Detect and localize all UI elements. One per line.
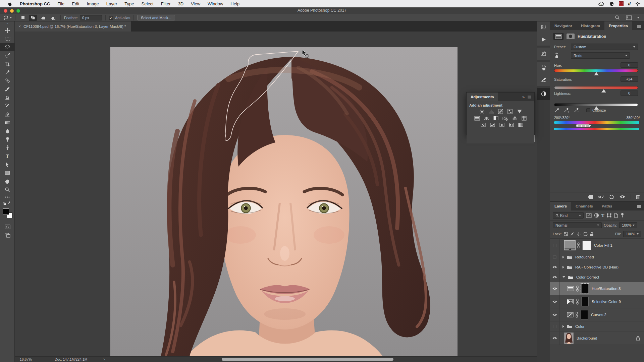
saturation-slider[interactable] <box>554 86 638 89</box>
eyedropper-sample-icon[interactable] <box>554 108 559 113</box>
anti-alias-checkbox[interactable]: ✓ <box>109 16 113 20</box>
menu-image[interactable]: Image <box>83 0 103 7</box>
cloud-sync-icon[interactable]: 0 <box>598 1 604 6</box>
invert-icon[interactable] <box>480 122 486 127</box>
mask-link-icon[interactable] <box>577 242 580 248</box>
visibility-toggle[interactable] <box>550 272 559 282</box>
close-window-button[interactable] <box>4 9 7 13</box>
apple-menu[interactable] <box>4 0 16 7</box>
layer-row-retouched[interactable]: Retouched <box>550 252 644 262</box>
quick-selection-tool[interactable] <box>0 51 15 60</box>
close-tab-icon[interactable]: × <box>18 24 21 29</box>
color-lookup-icon[interactable] <box>521 116 527 121</box>
evernote-icon[interactable] <box>609 1 614 6</box>
menu-window[interactable]: Window <box>204 0 227 7</box>
layer-row-hue-saturation-3[interactable]: Hue/Saturation 3 <box>550 282 644 295</box>
filter-pixel-layers-icon[interactable] <box>586 213 592 218</box>
vibrance-icon[interactable] <box>516 109 523 114</box>
path-select-tool[interactable] <box>0 160 15 169</box>
tool-preset-lasso[interactable] <box>3 15 12 20</box>
preset-select[interactable]: Custom <box>571 44 638 50</box>
workspace-caret-icon[interactable] <box>637 17 639 18</box>
visibility-toggle[interactable] <box>550 308 559 321</box>
filter-shape-layers-icon[interactable] <box>607 213 611 218</box>
background-layer-thumbnail[interactable] <box>564 333 574 344</box>
levels-icon[interactable] <box>488 109 494 114</box>
group-collapse-caret[interactable] <box>562 256 564 258</box>
layer-mask-thumbnail[interactable] <box>582 241 591 250</box>
lock-artboard-icon[interactable] <box>583 232 588 236</box>
tab-properties[interactable]: Properties <box>604 21 632 30</box>
properties-panel-menu-icon[interactable] <box>637 25 641 28</box>
crop-tool[interactable] <box>0 60 15 68</box>
saturation-slider-thumb[interactable] <box>601 89 606 93</box>
selection-mode-add-button[interactable] <box>29 15 37 21</box>
channel-select[interactable]: Reds <box>571 52 630 59</box>
mask-link-icon[interactable] <box>575 312 578 318</box>
layer-mask-thumbnail[interactable] <box>581 297 589 306</box>
eraser-tool[interactable] <box>0 110 15 118</box>
view-previous-state-icon[interactable] <box>598 195 604 199</box>
mask-link-icon[interactable] <box>576 286 579 292</box>
hue-range-markers[interactable] <box>554 124 639 127</box>
layer-row-background[interactable]: Background <box>550 331 644 345</box>
select-and-mask-button[interactable]: Select and Mask... <box>137 15 175 20</box>
filter-smart-objects-icon[interactable] <box>614 213 618 218</box>
filter-toggle-icon[interactable] <box>621 213 624 218</box>
blend-mode-select[interactable]: Normal <box>553 222 602 228</box>
menu-edit[interactable]: Edit <box>68 0 83 7</box>
eyedropper-subtract-icon[interactable] <box>574 108 580 113</box>
menu-file[interactable]: File <box>54 0 68 7</box>
marquee-tool[interactable] <box>0 35 15 43</box>
selection-mode-intersect-button[interactable] <box>49 15 57 21</box>
menu-layer[interactable]: Layer <box>103 0 121 7</box>
layer-row-ra-corrective[interactable]: RA - Corrective DB (Hair) <box>550 262 644 272</box>
swap-colors-button[interactable] <box>0 200 15 206</box>
colorize-checkbox[interactable] <box>586 108 590 112</box>
tab-navigator[interactable]: Navigator <box>550 21 577 30</box>
targeted-adjustment-icon[interactable] <box>554 52 559 58</box>
group-collapse-caret[interactable] <box>562 276 565 278</box>
feather-input[interactable]: 0 px <box>80 15 102 20</box>
lightness-value-field[interactable]: 0 <box>621 90 638 96</box>
layer-row-curves-2[interactable]: Curves 2 <box>550 308 644 321</box>
foreground-color-swatch[interactable] <box>3 208 9 215</box>
history-panel-icon[interactable] <box>537 21 550 34</box>
black-white-icon[interactable] <box>493 116 499 121</box>
group-collapse-caret[interactable] <box>562 325 564 328</box>
shape-tool[interactable] <box>0 169 15 177</box>
menu-help[interactable]: Help <box>227 0 243 7</box>
screen-recorder-icon[interactable] <box>619 1 624 6</box>
visibility-toggle[interactable] <box>550 331 559 345</box>
mask-link-icon[interactable] <box>576 299 579 305</box>
saturation-value-field[interactable]: +24 <box>621 76 638 82</box>
canvas-area[interactable]: 16.67% Doc: 147.1M/224.1M > <box>15 32 537 362</box>
minimize-window-button[interactable] <box>10 9 14 13</box>
photo-filter-icon[interactable] <box>502 116 508 121</box>
clone-stamp-tool[interactable] <box>0 93 15 102</box>
lasso-tool[interactable] <box>0 43 15 51</box>
flower-menu-icon[interactable] <box>635 1 640 6</box>
visibility-toggle[interactable] <box>550 295 559 308</box>
layer-row-color-fill[interactable]: Color Fill 1 <box>550 239 644 252</box>
brush-presets-panel-icon[interactable] <box>537 62 550 74</box>
zoom-tool[interactable] <box>0 185 15 194</box>
exposure-icon[interactable] <box>507 109 513 114</box>
tab-paths[interactable]: Paths <box>597 202 616 210</box>
menu-select[interactable]: Select <box>138 0 157 7</box>
blur-tool[interactable] <box>0 127 15 135</box>
threshold-icon[interactable] <box>499 122 505 127</box>
panel-menu-icon[interactable] <box>527 96 532 99</box>
layer-row-color-correct[interactable]: Color Correct <box>550 272 644 282</box>
visibility-toggle[interactable] <box>550 321 559 331</box>
menu-view[interactable]: View <box>187 0 204 7</box>
edit-toolbar-button[interactable] <box>0 194 15 200</box>
pen-tool[interactable] <box>0 143 15 152</box>
layers-panel-menu-icon[interactable] <box>637 205 641 208</box>
tab-channels[interactable]: Channels <box>571 202 597 210</box>
document-tab[interactable]: × CF110084.psd @ 16.7% (Hue/Saturation 3… <box>15 21 131 32</box>
search-icon[interactable] <box>615 15 620 20</box>
selection-mode-new-button[interactable] <box>19 15 27 21</box>
layer-mask-thumbnail[interactable] <box>581 310 588 319</box>
layer-row-selective-color-9[interactable]: Selective Color 9 <box>550 295 644 308</box>
